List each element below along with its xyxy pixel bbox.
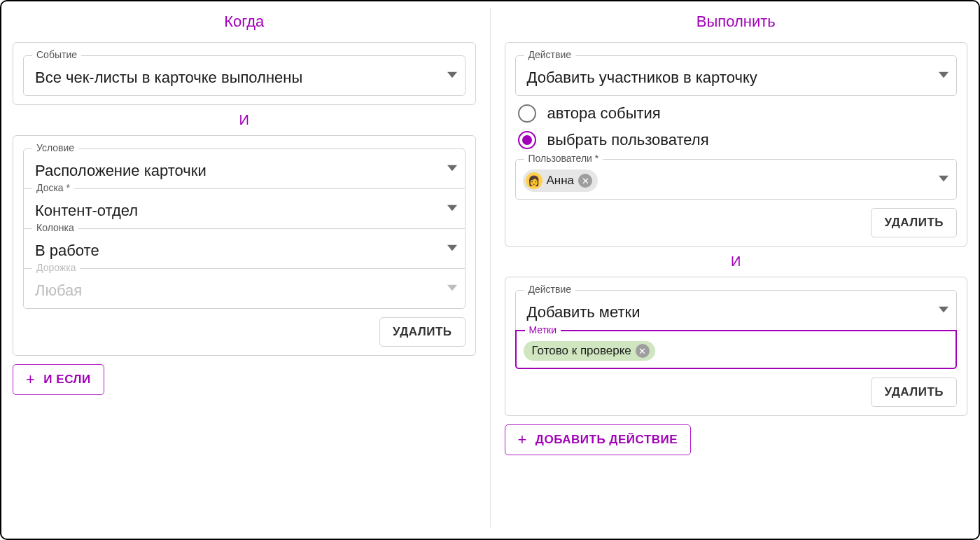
run-connector: И <box>505 254 968 270</box>
automation-rule-editor: Когда Событие Все чек-листы в карточке в… <box>0 0 980 540</box>
action1-value: Добавить участников в карточку <box>516 56 932 95</box>
remove-chip-icon[interactable]: ✕ <box>636 344 650 358</box>
users-chip-row: 👩 Анна ✕ <box>516 160 932 199</box>
board-label: Доска * <box>32 183 74 193</box>
condition-value: Расположение карточки <box>24 149 440 188</box>
plus-icon: + <box>518 432 527 448</box>
add-condition-button[interactable]: + И ЕСЛИ <box>13 364 104 395</box>
action1-select[interactable]: Действие Добавить участников в карточку <box>515 55 958 96</box>
event-value: Все чек-листы в карточке выполнены <box>24 56 440 95</box>
remove-chip-icon[interactable]: ✕ <box>578 174 592 188</box>
lane-label: Дорожка <box>32 263 80 272</box>
chevron-down-icon <box>440 283 465 295</box>
radio1-label: автора события <box>547 104 661 123</box>
add-action-button[interactable]: + ДОБАВИТЬ ДЕЙСТВИЕ <box>505 424 692 455</box>
condition-card: Условие Расположение карточки Доска * Ко… <box>13 135 476 356</box>
radio-icon <box>518 131 536 149</box>
column-value: В работе <box>24 229 440 268</box>
action2-delete-button[interactable]: УДАЛИТЬ <box>871 378 957 407</box>
column-divider <box>490 8 491 527</box>
action2-value: Добавить метки <box>516 291 932 330</box>
run-title: Выполнить <box>505 13 968 31</box>
column-select[interactable]: Колонка В работе <box>23 228 465 269</box>
radio-icon <box>518 104 536 123</box>
user-chip-label: Анна <box>547 174 575 188</box>
avatar-icon: 👩 <box>526 172 542 189</box>
event-card: Событие Все чек-листы в карточке выполне… <box>13 42 476 105</box>
users-select[interactable]: Пользователи * 👩 Анна ✕ <box>515 159 958 200</box>
chevron-down-icon <box>440 203 465 215</box>
when-title: Когда <box>13 13 476 31</box>
labels-select[interactable]: Метки Готово к проверке ✕ <box>515 330 958 369</box>
event-select[interactable]: Событие Все чек-листы в карточке выполне… <box>23 55 465 96</box>
action-card-2: Действие Добавить метки Метки Готово к п… <box>505 277 968 416</box>
chevron-down-icon <box>440 243 465 255</box>
condition-label: Условие <box>32 143 78 153</box>
condition-delete-button[interactable]: УДАЛИТЬ <box>379 317 465 347</box>
users-label: Пользователи * <box>524 153 603 163</box>
user-chip: 👩 Анна ✕ <box>523 169 598 192</box>
radio2-label: выбрать пользователя <box>547 131 709 149</box>
action1-delete-button[interactable]: УДАЛИТЬ <box>871 208 957 237</box>
lane-select[interactable]: Дорожка Любая <box>23 268 465 309</box>
labels-label: Метки <box>525 325 561 335</box>
action2-label: Действие <box>524 284 576 294</box>
column-label: Колонка <box>32 223 78 233</box>
chevron-down-icon <box>931 70 956 82</box>
action1-label: Действие <box>524 50 576 60</box>
chevron-down-icon <box>440 163 465 175</box>
add-action-label: ДОБАВИТЬ ДЕЙСТВИЕ <box>536 433 678 447</box>
add-condition-label: И ЕСЛИ <box>43 373 90 387</box>
chevron-down-icon <box>440 70 465 82</box>
lane-placeholder: Любая <box>24 269 440 308</box>
action-card-1: Действие Добавить участников в карточку … <box>505 42 968 247</box>
label-chip-text: Готово к проверке <box>532 344 631 358</box>
chevron-down-icon <box>931 174 956 186</box>
condition-select[interactable]: Условие Расположение карточки <box>23 148 465 189</box>
plus-icon: + <box>26 372 35 387</box>
event-label: Событие <box>32 50 81 60</box>
radio-pick-user[interactable]: выбрать пользователя <box>518 131 958 149</box>
action2-select[interactable]: Действие Добавить метки <box>515 290 958 331</box>
board-value: Контент-отдел <box>24 189 440 228</box>
board-select[interactable]: Доска * Контент-отдел <box>23 188 465 229</box>
labels-chip-row: Готово к проверке ✕ <box>517 331 956 368</box>
when-column: Когда Событие Все чек-листы в карточке в… <box>13 8 476 527</box>
chevron-down-icon <box>931 305 956 317</box>
radio-event-author[interactable]: автора события <box>518 104 958 123</box>
run-column: Выполнить Действие Добавить участников в… <box>505 8 968 527</box>
label-chip: Готово к проверке ✕ <box>524 341 655 361</box>
when-connector: И <box>13 112 476 128</box>
